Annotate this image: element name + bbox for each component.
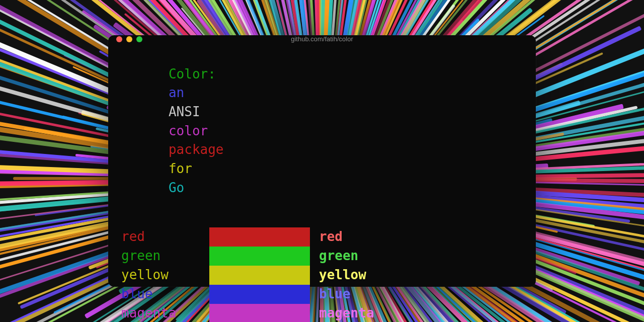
color-grid: redredgreengreenyellowyellowbluebluemage… (121, 227, 523, 322)
color-label-bold: red (310, 227, 523, 247)
window-title: github.com/fatih/color (291, 35, 353, 43)
color-label-normal: blue (121, 285, 209, 304)
headline-word-5: for (169, 161, 192, 176)
terminal-content: Color: an ANSI color package for Go redr… (108, 43, 536, 322)
color-label-bold: green (310, 247, 523, 266)
color-label-normal: green (121, 247, 209, 266)
traffic-lights (116, 36, 142, 42)
headline-word-4: package (169, 142, 224, 157)
window-titlebar: github.com/fatih/color (108, 35, 536, 43)
color-swatch (209, 304, 310, 322)
headline-word-1: an (169, 85, 184, 100)
color-swatch (209, 247, 310, 266)
color-swatch (209, 266, 310, 285)
color-swatch (209, 285, 310, 304)
color-label-bold: yellow (310, 266, 523, 285)
color-label-normal: magenta (121, 304, 209, 322)
zoom-icon[interactable] (136, 36, 142, 42)
color-label-bold: magenta (310, 304, 523, 322)
headline-word-6: Go (169, 180, 184, 195)
color-label-normal: yellow (121, 266, 209, 285)
headline-word-0: Color: (169, 66, 216, 82)
headline-word-2: ANSI (169, 104, 200, 119)
close-icon[interactable] (116, 36, 122, 42)
color-swatch (209, 227, 310, 247)
headline-word-3: color (169, 123, 208, 138)
headline: Color: an ANSI color package for Go (121, 46, 523, 216)
color-label-bold: blue (310, 285, 523, 304)
color-label-normal: red (121, 227, 209, 247)
terminal-window: github.com/fatih/color Color: an ANSI co… (108, 35, 536, 287)
minimize-icon[interactable] (126, 36, 132, 42)
